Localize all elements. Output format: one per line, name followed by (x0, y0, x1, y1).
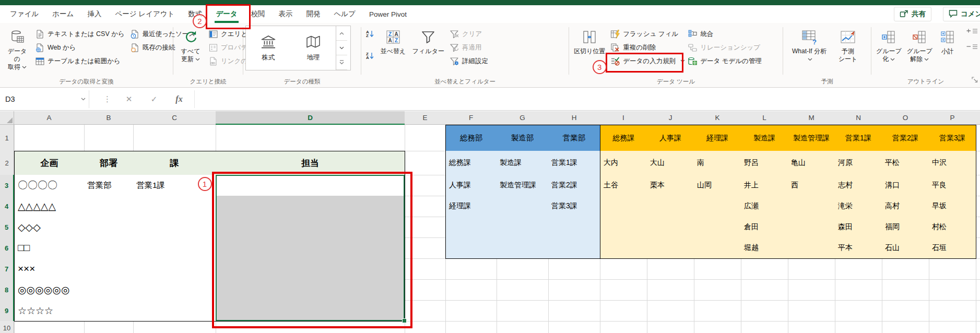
col-header-B[interactable]: B (84, 111, 134, 125)
cell-B9[interactable] (84, 300, 134, 322)
col-header-D[interactable]: D (216, 111, 405, 125)
col-header-F[interactable]: F (445, 111, 497, 125)
tab-ファイル[interactable]: ファイル (3, 5, 45, 23)
col-header-P[interactable]: P (929, 111, 976, 125)
show-detail-button[interactable] (966, 27, 978, 37)
cell-C2[interactable]: 課 (133, 151, 216, 175)
flash-fill-button[interactable]: フラッシュ フィル (608, 27, 685, 41)
cell-O4[interactable]: 高村 (882, 196, 929, 217)
cell-P1[interactable]: 営業3課 (929, 125, 976, 151)
cell-C9[interactable] (133, 300, 216, 322)
cell-G2[interactable]: 製造課 (497, 151, 549, 175)
cell-P5[interactable]: 村松 (929, 217, 976, 238)
cell-F5[interactable] (445, 217, 497, 238)
tab-表示[interactable]: 表示 (272, 5, 300, 23)
cell-M5[interactable] (788, 217, 835, 238)
col-header-C[interactable]: C (133, 111, 216, 125)
cell-B6[interactable] (84, 237, 134, 259)
cell-N5[interactable]: 森田 (835, 217, 882, 238)
subtotal-button[interactable]: 小計 (935, 24, 960, 73)
cell-B4[interactable] (84, 196, 134, 217)
col-header-E[interactable]: E (405, 111, 446, 125)
cell-C3[interactable]: 営業1課 (133, 175, 216, 196)
row-header-5[interactable]: 5 (0, 217, 14, 238)
row-header-9[interactable]: 9 (0, 300, 14, 322)
cell-D2[interactable]: 担当 (216, 151, 405, 175)
cell-K2[interactable]: 南 (694, 151, 741, 175)
cell-A2[interactable]: 企画 (14, 151, 85, 175)
cell-G3[interactable]: 製造管理課 (497, 175, 549, 196)
row-header-3[interactable]: 3 (0, 175, 14, 196)
name-box[interactable]: D3 (0, 90, 82, 108)
sort-descending-button[interactable]: ZA (363, 50, 376, 62)
fill-handle[interactable] (402, 318, 407, 323)
cell-P2[interactable]: 中沢 (929, 151, 976, 175)
cell-A6[interactable]: □□ (14, 237, 85, 259)
tab-Power Pivot[interactable]: Power Pivot (362, 5, 414, 23)
cell-N1[interactable]: 営業1課 (835, 125, 882, 151)
col-header-M[interactable]: M (788, 111, 835, 125)
share-button[interactable]: 共有 (894, 7, 931, 21)
cell-D7[interactable] (216, 258, 405, 280)
cell-O6[interactable]: 石山 (882, 237, 929, 259)
enter-check-icon[interactable]: ✓ (146, 91, 162, 107)
tab-ヘルプ[interactable]: ヘルプ (327, 5, 362, 23)
cell-D8[interactable] (216, 279, 405, 301)
cancel-icon[interactable]: ✕ (121, 91, 137, 107)
cell-H4[interactable]: 営業3課 (548, 196, 600, 217)
cell-A8[interactable]: ◎◎◎◎◎◎ (14, 279, 85, 301)
tab-開発[interactable]: 開発 (300, 5, 327, 23)
cell-H6[interactable] (548, 237, 600, 259)
from-text-csv-button[interactable]: テキストまたは CSV から (32, 27, 127, 41)
cell-L2[interactable]: 野呂 (741, 151, 788, 175)
consolidate-button[interactable]: 統合 (685, 27, 764, 41)
tab-挿入[interactable]: 挿入 (80, 5, 108, 23)
col-header-H[interactable]: H (548, 111, 600, 125)
from-table-range-button[interactable]: テーブルまたは範囲から (32, 54, 127, 68)
cell-P3[interactable]: 平良 (929, 175, 976, 196)
col-header-I[interactable]: I (600, 111, 647, 125)
cell-C8[interactable] (133, 279, 216, 301)
cell-H1[interactable]: 営業部 (548, 125, 600, 151)
data-type-stocks[interactable]: 株式 (246, 26, 291, 70)
cell-G4[interactable] (497, 196, 549, 217)
cell-F3[interactable]: 人事課 (445, 175, 497, 196)
cell-O5[interactable]: 福岡 (882, 217, 929, 238)
cell-I3[interactable]: 土谷 (600, 175, 647, 196)
gallery-scroll-down[interactable] (336, 41, 347, 55)
insert-function-icon[interactable]: fx (171, 91, 187, 107)
cell-J6[interactable] (647, 237, 694, 259)
data-type-geography[interactable]: 地理 (291, 26, 336, 70)
cell-G1[interactable]: 製造部 (497, 125, 549, 151)
col-header-G[interactable]: G (497, 111, 549, 125)
cell-K3[interactable]: 山岡 (694, 175, 741, 196)
ungroup-button[interactable]: グループ解除 (904, 24, 935, 73)
cell-P4[interactable]: 早坂 (929, 196, 976, 217)
tab-データ[interactable]: データ (209, 5, 244, 23)
gallery-more-icon[interactable] (336, 55, 347, 70)
name-box-dropdown-icon[interactable] (77, 90, 89, 108)
cell-G6[interactable] (497, 237, 549, 259)
cell-J5[interactable] (647, 217, 694, 238)
row-header-4[interactable]: 4 (0, 196, 14, 217)
cell-D5[interactable] (216, 217, 405, 238)
cell-A5[interactable]: ◇◇◇ (14, 217, 85, 238)
cell-C4[interactable] (133, 196, 216, 217)
cell-I6[interactable] (600, 237, 647, 259)
group-button[interactable]: グループ化 (873, 24, 904, 73)
forecast-sheet-button[interactable]: 予測シート (833, 24, 863, 73)
refresh-all-button[interactable]: すべて更新 (175, 24, 206, 73)
row-header-2[interactable]: 2 (0, 151, 14, 175)
col-header-J[interactable]: J (647, 111, 694, 125)
cell-J3[interactable]: 栗本 (647, 175, 694, 196)
cell-K4[interactable] (694, 196, 741, 217)
gallery-scroll-up[interactable] (336, 26, 347, 41)
text-to-columns-button[interactable]: 区切り位置 (571, 24, 608, 73)
cell-K6[interactable] (694, 237, 741, 259)
col-header-A[interactable]: A (14, 111, 85, 125)
cell-D4[interactable] (216, 196, 405, 217)
manage-data-model-button[interactable]: データ モデルの管理 (685, 54, 764, 68)
sort-button[interactable]: ZAAZ並べ替え (376, 24, 410, 73)
cell-B7[interactable] (84, 258, 134, 280)
formula-input[interactable] (194, 90, 980, 108)
